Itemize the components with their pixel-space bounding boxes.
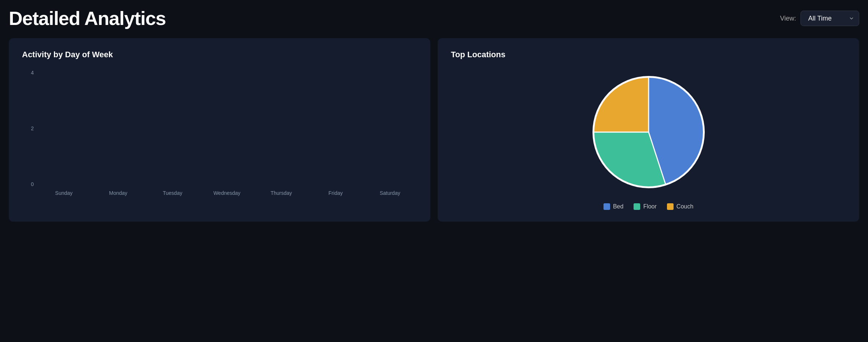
- y-axis: 4 2 0: [22, 70, 37, 187]
- pie-svg-container: [586, 70, 711, 194]
- page-title: Detailed Analytics: [9, 7, 166, 29]
- legend-item: Floor: [634, 203, 656, 210]
- bar-chart-wrapper: 4 2 0 SundayMondayTuesdayWednesdayThursd…: [22, 70, 417, 209]
- legend-label: Floor: [643, 203, 656, 210]
- legend-label: Couch: [676, 203, 693, 210]
- pie-chart-title: Top Locations: [451, 50, 846, 59]
- x-label: Saturday: [363, 190, 417, 196]
- view-control: View: All TimeLast WeekLast MonthLast Ye…: [780, 11, 859, 26]
- x-label: Friday: [309, 190, 363, 196]
- pie-legend: BedFloorCouch: [603, 203, 693, 210]
- x-label: Monday: [91, 190, 145, 196]
- view-label: View:: [780, 15, 796, 22]
- page-header: Detailed Analytics View: All TimeLast We…: [9, 7, 859, 29]
- bar-chart-card: Activity by Day of Week 4 2 0 SundayMond…: [9, 38, 430, 222]
- legend-color-box: [603, 203, 610, 210]
- legend-color-box: [667, 203, 674, 210]
- legend-item: Bed: [603, 203, 623, 210]
- x-labels: SundayMondayTuesdayWednesdayThursdayFrid…: [22, 190, 417, 196]
- view-select[interactable]: All TimeLast WeekLast MonthLast Year: [800, 11, 859, 26]
- bars-area: [37, 70, 417, 187]
- x-label: Sunday: [37, 190, 91, 196]
- legend-item: Couch: [667, 203, 693, 210]
- charts-container: Activity by Day of Week 4 2 0 SundayMond…: [9, 38, 859, 222]
- pie-segment: [594, 77, 649, 132]
- x-label: Tuesday: [145, 190, 200, 196]
- x-label: Wednesday: [200, 190, 254, 196]
- bar-chart-inner: 4 2 0: [22, 70, 417, 187]
- legend-color-box: [634, 203, 640, 210]
- y-label-4: 4: [22, 70, 37, 76]
- pie-chart-wrapper: BedFloorCouch: [451, 70, 846, 210]
- pie-chart-card: Top Locations BedFloorCouch: [438, 38, 859, 222]
- y-label-2: 2: [22, 125, 37, 131]
- y-label-0: 0: [22, 181, 37, 187]
- pie-svg: [586, 70, 711, 194]
- x-label: Thursday: [254, 190, 309, 196]
- bar-chart-title: Activity by Day of Week: [22, 50, 417, 59]
- legend-label: Bed: [613, 203, 623, 210]
